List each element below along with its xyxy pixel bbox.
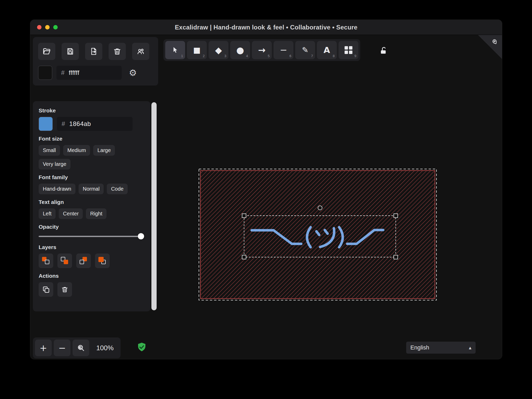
gear-icon: ⚙ <box>129 68 137 78</box>
text-align-option-left[interactable]: Left <box>39 208 56 219</box>
zoom-window-button[interactable] <box>53 25 58 29</box>
clear-canvas-button[interactable] <box>109 43 126 60</box>
font-size-option-small[interactable]: Small <box>39 145 60 156</box>
tool-shortcut-label: 1 <box>181 54 183 58</box>
font-family-option-code[interactable]: Code <box>107 184 128 194</box>
tool-selection[interactable]: 1 <box>165 41 185 59</box>
tool-shortcut-label: 6 <box>289 54 291 58</box>
layers-label: Layers <box>39 244 145 250</box>
caret-up-icon: ▲ <box>469 346 471 350</box>
zoom-toolbar-island: + − 100% <box>33 337 121 358</box>
save-disk-icon <box>66 47 74 56</box>
opacity-slider-thumb[interactable] <box>138 233 144 239</box>
send-backward-button[interactable] <box>57 253 72 268</box>
resize-handle-top-left[interactable] <box>242 214 246 218</box>
font-size-option-very-large[interactable]: Very large <box>39 159 70 170</box>
font-family-option-normal[interactable]: Normal <box>79 184 104 194</box>
arrow-icon: → <box>258 46 266 55</box>
lock-tool-button[interactable] <box>379 46 388 56</box>
tool-shortcut-label: 8 <box>333 54 335 58</box>
canvas-background-swatch[interactable] <box>38 66 52 80</box>
background-hex-field[interactable]: # ffffff <box>56 66 122 80</box>
send-to-back-button[interactable] <box>39 253 53 268</box>
bring-to-front-icon <box>98 257 106 265</box>
send-backward-icon <box>61 257 69 265</box>
font-size-option-medium[interactable]: Medium <box>63 145 90 156</box>
text-align-option-center[interactable]: Center <box>59 208 83 219</box>
tool-shortcut-label: 9 <box>354 54 356 58</box>
collaborators-button[interactable] <box>132 43 149 60</box>
tool-library[interactable]: 9 <box>339 41 358 59</box>
tool-draw[interactable]: ✎ 7 <box>295 41 315 59</box>
cursor-icon <box>171 46 179 54</box>
plus-icon: + <box>40 343 47 353</box>
opacity-slider[interactable] <box>39 233 144 239</box>
text-align-label: Text align <box>39 199 145 205</box>
reset-zoom-button[interactable] <box>73 340 89 356</box>
font-family-label: Font family <box>39 174 145 180</box>
tool-text[interactable]: A 8 <box>317 41 337 59</box>
hash-label: # <box>62 120 65 128</box>
stroke-color-swatch[interactable] <box>39 117 53 131</box>
collab-corner[interactable] <box>478 35 502 59</box>
font-size-option-large[interactable]: Large <box>93 145 115 156</box>
export-file-icon <box>90 47 98 56</box>
app-window: Excalidraw | Hand-drawn look & feel • Co… <box>30 20 502 359</box>
zoom-out-button[interactable]: − <box>54 340 70 356</box>
resize-handle-bottom-right[interactable] <box>394 255 398 259</box>
tool-shortcut-label: 4 <box>246 54 248 58</box>
pencil-icon: ✎ <box>302 46 308 54</box>
ellipse-icon: ● <box>236 46 244 55</box>
tool-shortcut-label: 5 <box>268 54 270 58</box>
minimize-window-button[interactable] <box>45 25 50 29</box>
hash-label: # <box>61 69 64 76</box>
diamond-icon: ◆ <box>215 46 222 55</box>
title-bar: Excalidraw | Hand-drawn look & feel • Co… <box>30 20 502 35</box>
stroke-hex-field[interactable]: # 1864ab <box>57 117 133 131</box>
unlock-icon <box>379 46 388 55</box>
canvas-settings-button[interactable]: ⚙ <box>126 66 140 80</box>
zoom-level[interactable]: 100% <box>91 344 119 352</box>
magnifier-reset-icon <box>77 344 85 352</box>
tool-line[interactable]: ─ 6 <box>274 41 293 59</box>
tool-ellipse[interactable]: ● 4 <box>230 41 250 59</box>
stroke-section-label: Stroke <box>39 107 145 114</box>
bring-forward-icon <box>80 257 87 265</box>
zoom-in-button[interactable]: + <box>35 340 52 356</box>
resize-handle-top-right[interactable] <box>394 214 398 218</box>
file-toolbar-island: # ffffff ⚙ <box>33 37 158 86</box>
stroke-hex-value: 1864ab <box>69 120 91 128</box>
line-icon: ─ <box>281 46 286 55</box>
panel-scrollbar[interactable] <box>151 102 157 310</box>
tool-rectangle[interactable]: ■ 2 <box>187 41 207 59</box>
font-family-option-hand-drawn[interactable]: Hand-drawn <box>39 184 75 194</box>
language-select-value: English <box>410 344 429 351</box>
open-file-button[interactable] <box>38 43 55 60</box>
text-icon: A <box>324 46 330 54</box>
save-button[interactable] <box>62 43 79 60</box>
opacity-slider-track <box>39 236 144 237</box>
encryption-badge[interactable] <box>137 342 147 354</box>
opacity-label: Opacity <box>39 224 145 230</box>
bring-forward-button[interactable] <box>76 253 91 268</box>
duplicate-button[interactable] <box>39 282 53 297</box>
resize-handle-bottom-left[interactable] <box>242 255 246 259</box>
library-icon <box>345 46 352 54</box>
export-button[interactable] <box>85 43 102 60</box>
bring-to-front-button[interactable] <box>95 253 110 268</box>
language-select[interactable]: English ▲ <box>406 342 476 354</box>
traffic-lights <box>37 25 58 29</box>
canvas-area[interactable]: # ffffff ⚙ 1 ■ 2 ◆ 3 ● <box>30 35 502 359</box>
rotation-handle[interactable] <box>318 206 322 210</box>
tool-diamond[interactable]: ◆ 3 <box>209 41 228 59</box>
close-window-button[interactable] <box>37 25 42 29</box>
delete-button[interactable] <box>57 282 72 297</box>
text-align-option-right[interactable]: Right <box>86 208 107 219</box>
folder-open-icon <box>43 47 51 56</box>
tool-arrow[interactable]: → 5 <box>252 41 272 59</box>
tool-shortcut-label: 3 <box>224 54 226 58</box>
window-title: Excalidraw | Hand-drawn look & feel • Co… <box>175 24 358 31</box>
shield-check-icon <box>137 342 147 353</box>
background-hex-value: ffffff <box>69 69 79 76</box>
send-to-back-icon <box>42 257 50 265</box>
